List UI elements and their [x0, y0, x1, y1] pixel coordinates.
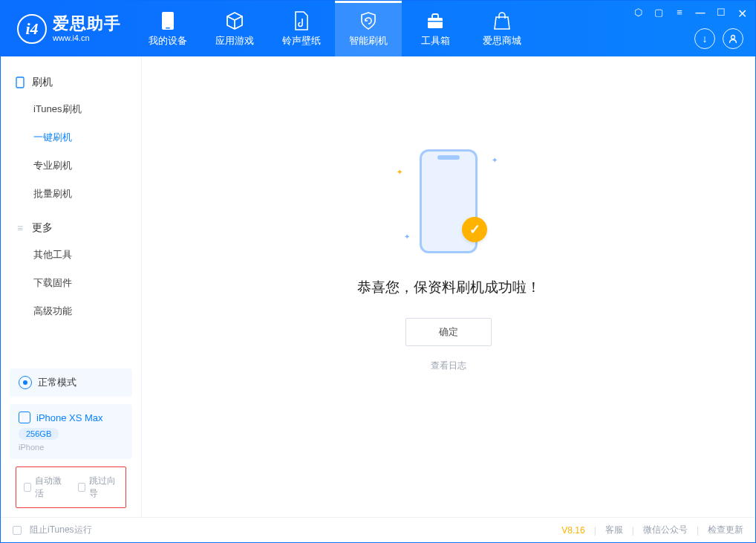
- checkbox-label: 跳过向导: [89, 475, 118, 500]
- download-icon[interactable]: ↓: [694, 28, 715, 49]
- success-title: 恭喜您，保资料刷机成功啦！: [357, 278, 541, 297]
- maximize-icon[interactable]: ☐: [715, 7, 727, 21]
- options-row: 自动激活 跳过向导: [16, 466, 126, 508]
- menu-icon[interactable]: ≡: [674, 7, 685, 21]
- sidebar-item-pro-flash[interactable]: 专业刷机: [1, 152, 141, 180]
- svg-rect-2: [428, 18, 443, 28]
- mode-dot-icon: [19, 376, 32, 389]
- device-type: iPhone: [19, 443, 123, 452]
- sparkle-icon: ✦: [492, 156, 498, 164]
- separator: |: [632, 525, 634, 536]
- device-capacity: 256GB: [19, 428, 59, 440]
- sidebar: 刷机 iTunes刷机 一键刷机 专业刷机 批量刷机 ≡ 更多 其他工具 下载固…: [1, 56, 142, 517]
- sidebar-item-oneclick-flash[interactable]: 一键刷机: [1, 123, 141, 152]
- section-title: 更多: [32, 221, 53, 235]
- footer-link-service[interactable]: 客服: [605, 524, 623, 536]
- minimize-icon[interactable]: —: [694, 7, 706, 21]
- device-card[interactable]: iPhone XS Max 256GB iPhone: [10, 404, 132, 459]
- device-name: iPhone XS Max: [36, 412, 103, 423]
- svg-point-4: [731, 36, 735, 39]
- checkbox-label: 阻止iTunes运行: [30, 524, 92, 536]
- user-icon[interactable]: [723, 28, 743, 49]
- body: 刷机 iTunes刷机 一键刷机 专业刷机 批量刷机 ≡ 更多 其他工具 下载固…: [1, 56, 755, 517]
- sidebar-item-other-tools[interactable]: 其他工具: [1, 241, 141, 269]
- svg-rect-3: [428, 21, 443, 22]
- tab-label: 智能刷机: [349, 34, 388, 48]
- sidebar-item-advanced[interactable]: 高级功能: [1, 297, 141, 325]
- svg-rect-0: [162, 12, 174, 30]
- version-label: V8.16: [561, 525, 584, 536]
- sidebar-section-more: ≡ 更多 其他工具 下载固件 高级功能: [1, 215, 141, 325]
- sidebar-item-batch-flash[interactable]: 批量刷机: [1, 180, 141, 208]
- sidebar-item-itunes-flash[interactable]: iTunes刷机: [1, 95, 141, 123]
- sidebar-header-flash: 刷机: [1, 70, 141, 95]
- tab-my-device[interactable]: 我的设备: [134, 1, 201, 56]
- toolbox-icon: [425, 10, 446, 31]
- device-phone-icon: [19, 412, 30, 423]
- window-controls: ⬡ ▢ ≡ — ☐ ✕: [632, 7, 748, 21]
- app-subtitle: www.i4.cn: [53, 33, 121, 42]
- tab-label: 我的设备: [149, 34, 187, 48]
- header: i4 爱思助手 www.i4.cn 我的设备 应用游戏 铃声壁纸 智能刷机: [1, 1, 755, 56]
- tab-store[interactable]: 爱思商城: [469, 1, 535, 56]
- sparkle-icon: ✦: [397, 168, 403, 176]
- nav-tabs: 我的设备 应用游戏 铃声壁纸 智能刷机 工具箱 爱思商城: [134, 1, 535, 56]
- close-icon[interactable]: ✕: [736, 7, 748, 21]
- tab-toolbox[interactable]: 工具箱: [402, 1, 469, 56]
- list-icon: ≡: [14, 222, 26, 234]
- shield-refresh-icon: [358, 10, 379, 31]
- footer: 阻止iTunes运行 V8.16 | 客服 | 微信公众号 | 检查更新: [1, 517, 755, 542]
- checkbox-icon: [13, 526, 22, 535]
- view-log-link[interactable]: 查看日志: [431, 360, 466, 372]
- sparkle-icon: ✦: [404, 233, 410, 241]
- logo: i4 爱思助手 www.i4.cn: [1, 14, 134, 44]
- logo-icon: i4: [17, 14, 47, 44]
- bag-icon: [492, 10, 512, 31]
- header-actions: ↓: [694, 28, 743, 49]
- tab-smart-flash[interactable]: 智能刷机: [335, 1, 402, 56]
- tab-label: 应用游戏: [215, 34, 254, 48]
- main-content: ✓ ✦ ✦ ✦ 恭喜您，保资料刷机成功啦！ 确定 查看日志: [142, 56, 755, 517]
- tshirt-icon[interactable]: ⬡: [632, 7, 644, 21]
- checkbox-skip-guide[interactable]: 跳过向导: [78, 475, 119, 500]
- sidebar-bottom: 正常模式 iPhone XS Max 256GB iPhone 自动激活: [1, 368, 141, 517]
- tab-label: 工具箱: [421, 34, 450, 48]
- sidebar-header-more: ≡ 更多: [1, 215, 141, 241]
- tab-label: 铃声壁纸: [282, 34, 321, 48]
- phone-icon: [14, 77, 26, 88]
- checkbox-label: 自动激活: [35, 475, 64, 500]
- mode-card[interactable]: 正常模式: [10, 368, 132, 397]
- separator: |: [594, 525, 596, 536]
- ok-button[interactable]: 确定: [405, 318, 492, 346]
- footer-right: V8.16 | 客服 | 微信公众号 | 检查更新: [561, 524, 743, 536]
- cube-icon: [224, 10, 245, 31]
- tab-apps-games[interactable]: 应用游戏: [201, 1, 268, 56]
- checkbox-icon: [78, 483, 85, 492]
- checkbox-icon: [24, 483, 31, 492]
- device-icon: [157, 10, 178, 31]
- lock-icon[interactable]: ▢: [653, 7, 665, 21]
- footer-link-update[interactable]: 检查更新: [708, 524, 743, 536]
- separator: |: [697, 525, 699, 536]
- checkbox-block-itunes[interactable]: 阻止iTunes运行: [13, 524, 92, 536]
- checkbox-auto-activate[interactable]: 自动激活: [24, 475, 65, 500]
- app-window: i4 爱思助手 www.i4.cn 我的设备 应用游戏 铃声壁纸 智能刷机: [0, 0, 756, 543]
- tab-ringtone-wallpaper[interactable]: 铃声壁纸: [268, 1, 335, 56]
- tab-label: 爱思商城: [483, 34, 521, 48]
- section-title: 刷机: [32, 76, 53, 89]
- svg-rect-5: [16, 77, 24, 88]
- sidebar-section-flash: 刷机 iTunes刷机 一键刷机 专业刷机 批量刷机: [1, 70, 141, 208]
- svg-rect-1: [166, 27, 170, 29]
- sidebar-item-download-firmware[interactable]: 下载固件: [1, 269, 141, 297]
- mode-label: 正常模式: [38, 376, 76, 389]
- footer-link-wechat[interactable]: 微信公众号: [643, 524, 688, 536]
- app-title: 爱思助手: [53, 15, 121, 33]
- success-illustration: ✓ ✦ ✦ ✦: [382, 146, 515, 257]
- check-badge-icon: ✓: [462, 217, 487, 242]
- music-file-icon: [291, 10, 312, 31]
